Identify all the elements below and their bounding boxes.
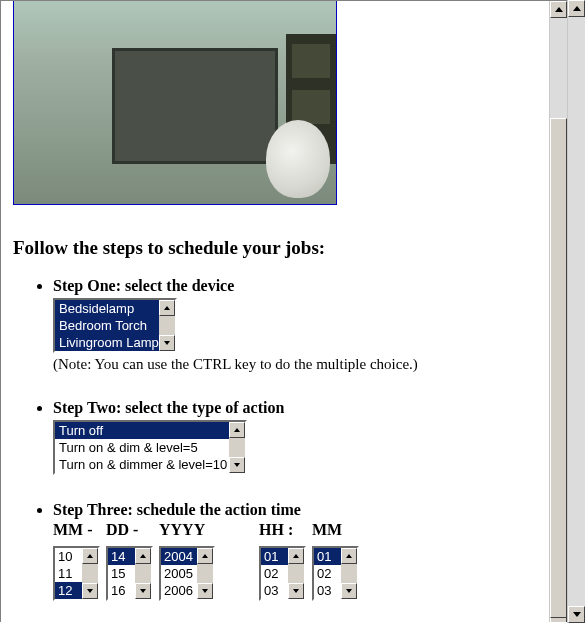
page-heading: Follow the steps to schedule your jobs: [13,237,568,259]
step-three-label: Step Three: schedule the action time [53,501,301,518]
day-select[interactable]: 14 15 16 [106,546,153,601]
scroll-up-icon[interactable] [568,0,585,17]
scroll-up-icon[interactable] [159,300,175,316]
scroll-down-icon[interactable] [288,583,304,599]
scroll-up-icon[interactable] [341,548,357,564]
step-three: Step Three: schedule the action time MM … [53,501,568,601]
year-option[interactable]: 2004 [161,548,197,565]
scroll-thumb[interactable] [550,118,567,618]
year-option[interactable]: 2005 [161,565,197,582]
year-option[interactable]: 2006 [161,582,197,599]
device-listbox[interactable]: Bedsidelamp Bedroom Torch Livingroom Lam… [53,298,177,353]
day-header: DD - [106,521,138,539]
device-option[interactable]: Bedroom Torch [55,317,159,334]
step-one-note: (Note: You can use the CTRL key to do th… [53,356,568,373]
year-select[interactable]: 2004 2005 2006 [159,546,215,601]
time-group: HH : 01 02 03 [259,521,359,601]
hour-option[interactable]: 03 [261,582,288,599]
month-select[interactable]: 10 11 12 [53,546,100,601]
minute-select[interactable]: 01 02 03 [312,546,359,601]
scroll-down-icon[interactable] [135,583,151,599]
minute-option[interactable]: 01 [314,548,341,565]
step-two-label: Step Two: select the type of action [53,399,284,416]
minute-option[interactable]: 02 [314,565,341,582]
listbox-scrollbar[interactable] [159,300,175,351]
listbox-scrollbar[interactable] [341,548,357,599]
scroll-down-icon[interactable] [341,583,357,599]
device-option[interactable]: Livingroom Lamp [55,334,159,351]
scroll-down-icon[interactable] [568,606,585,623]
action-option[interactable]: Turn on & dimmer & level=10 [55,456,229,473]
listbox-scrollbar[interactable] [229,422,245,473]
month-option[interactable]: 12 [55,582,82,599]
inner-scrollbar[interactable] [549,1,567,622]
step-one: Step One: select the device Bedsidelamp … [53,277,568,373]
scroll-down-icon[interactable] [229,457,245,473]
scroll-up-icon[interactable] [550,1,567,18]
listbox-scrollbar[interactable] [288,548,304,599]
scroll-down-icon[interactable] [82,583,98,599]
hour-option[interactable]: 01 [261,548,288,565]
listbox-scrollbar[interactable] [197,548,213,599]
hour-select[interactable]: 01 02 03 [259,546,306,601]
minute-option[interactable]: 03 [314,582,341,599]
year-header: YYYY [159,521,205,539]
step-one-label: Step One: select the device [53,277,234,294]
listbox-scrollbar[interactable] [82,548,98,599]
date-group: MM - 10 11 12 [53,521,215,601]
content-frame: Follow the steps to schedule your jobs: … [0,0,568,622]
scroll-up-icon[interactable] [197,548,213,564]
action-option[interactable]: Turn on & dim & level=5 [55,439,229,456]
device-option[interactable]: Bedsidelamp [55,300,159,317]
step-two: Step Two: select the type of action Turn… [53,399,568,475]
scroll-down-icon[interactable] [159,335,175,351]
action-listbox[interactable]: Turn off Turn on & dim & level=5 Turn on… [53,420,247,475]
action-option[interactable]: Turn off [55,422,229,439]
scroll-up-icon[interactable] [288,548,304,564]
outer-scrollbar[interactable] [567,0,585,623]
steps-list: Step One: select the device Bedsidelamp … [15,277,568,601]
hour-header: HH : [259,521,293,539]
scroll-down-icon[interactable] [197,583,213,599]
month-header: MM - [53,521,93,539]
minute-header: MM [312,521,342,539]
listbox-scrollbar[interactable] [135,548,151,599]
webcam-image [13,0,337,205]
day-option[interactable]: 14 [108,548,135,565]
day-option[interactable]: 15 [108,565,135,582]
scroll-up-icon[interactable] [135,548,151,564]
scroll-up-icon[interactable] [82,548,98,564]
day-option[interactable]: 16 [108,582,135,599]
app-window: Follow the steps to schedule your jobs: … [0,0,585,623]
month-option[interactable]: 11 [55,565,82,582]
hour-option[interactable]: 02 [261,565,288,582]
scroll-up-icon[interactable] [229,422,245,438]
month-option[interactable]: 10 [55,548,82,565]
